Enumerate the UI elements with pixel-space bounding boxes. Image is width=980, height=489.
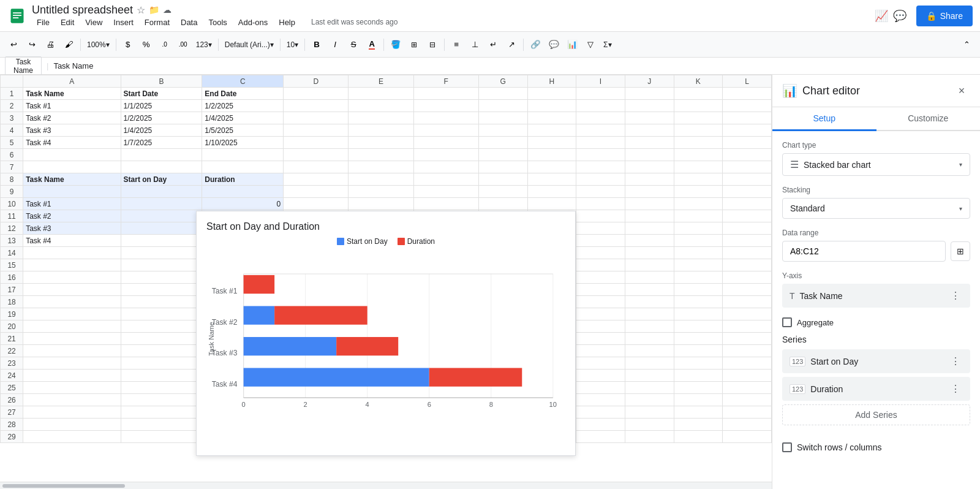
table-cell[interactable] [723, 259, 772, 271]
folder-icon[interactable]: 📁 [149, 5, 159, 15]
table-cell[interactable] [674, 210, 723, 222]
table-cell[interactable] [576, 198, 625, 210]
row-number[interactable]: 21 [1, 333, 23, 345]
table-cell[interactable]: 1/4/2025 [202, 112, 284, 124]
add-series-button[interactable]: Add Series [782, 404, 970, 425]
row-number[interactable]: 11 [1, 210, 23, 222]
row-number[interactable]: 18 [1, 296, 23, 308]
row-number[interactable]: 13 [1, 235, 23, 247]
star-icon[interactable]: ☆ [137, 4, 145, 16]
table-cell[interactable] [576, 259, 625, 271]
table-cell[interactable] [527, 186, 576, 198]
table-cell[interactable] [674, 308, 723, 320]
font-family-dropdown[interactable]: Default (Ari...) ▾ [222, 37, 277, 53]
table-cell[interactable] [23, 419, 121, 431]
table-cell[interactable] [625, 88, 674, 100]
table-cell[interactable] [284, 100, 349, 112]
table-cell[interactable] [674, 271, 723, 284]
row-number[interactable]: 28 [1, 419, 23, 431]
col-header-b[interactable]: B [121, 75, 202, 88]
cloud-icon[interactable]: ☁ [163, 5, 172, 15]
table-cell[interactable] [674, 149, 723, 161]
table-cell[interactable] [413, 173, 478, 186]
cell-reference[interactable]: Task Name [5, 56, 42, 76]
table-cell[interactable]: Task #2 [23, 112, 121, 124]
doc-title[interactable]: Untitled spreadsheet [32, 4, 133, 17]
table-cell[interactable] [625, 198, 674, 210]
table-cell[interactable] [478, 124, 527, 137]
table-cell[interactable] [625, 296, 674, 308]
table-cell[interactable] [349, 173, 413, 186]
table-cell[interactable] [625, 186, 674, 198]
menu-data[interactable]: Data [176, 17, 202, 28]
table-cell[interactable] [674, 222, 723, 235]
table-cell[interactable] [121, 186, 202, 198]
table-cell[interactable] [576, 271, 625, 284]
table-cell[interactable] [674, 419, 723, 431]
share-button[interactable]: 🔒 Share [916, 6, 973, 26]
table-cell[interactable] [202, 161, 284, 173]
decimal-decrease-button[interactable]: .0 [156, 36, 173, 53]
table-cell[interactable] [674, 320, 723, 333]
chart-button[interactable]: 📊 [564, 36, 581, 53]
series-more-button-2[interactable]: ⋮ [948, 382, 963, 396]
table-cell[interactable] [23, 382, 121, 394]
col-header-c[interactable]: C [202, 75, 284, 88]
table-cell[interactable] [625, 235, 674, 247]
col-header-k[interactable]: K [674, 75, 723, 88]
table-cell[interactable]: Start Date [121, 88, 202, 100]
table-cell[interactable] [674, 124, 723, 137]
table-cell[interactable] [284, 149, 349, 161]
zoom-dropdown[interactable]: 100% ▾ [84, 37, 113, 53]
table-cell[interactable] [23, 296, 121, 308]
table-cell[interactable] [23, 308, 121, 320]
table-cell[interactable] [723, 124, 772, 137]
table-cell[interactable] [576, 431, 625, 443]
row-number[interactable]: 29 [1, 431, 23, 443]
table-cell[interactable] [625, 370, 674, 382]
table-cell[interactable] [674, 137, 723, 149]
table-cell[interactable] [723, 320, 772, 333]
table-cell[interactable] [23, 320, 121, 333]
currency-button[interactable]: $ [119, 36, 137, 53]
table-cell[interactable] [478, 198, 527, 210]
menu-insert[interactable]: Insert [108, 17, 138, 28]
row-number[interactable]: 9 [1, 186, 23, 198]
bold-button[interactable]: B [308, 36, 325, 53]
table-cell[interactable] [349, 198, 413, 210]
table-cell[interactable] [121, 284, 202, 296]
table-cell[interactable] [576, 137, 625, 149]
table-cell[interactable] [723, 149, 772, 161]
row-number[interactable]: 10 [1, 198, 23, 210]
table-cell[interactable] [527, 112, 576, 124]
table-cell[interactable]: 1/2/2025 [202, 100, 284, 112]
table-cell[interactable] [674, 345, 723, 357]
table-cell[interactable] [284, 198, 349, 210]
col-header-e[interactable]: E [349, 75, 413, 88]
borders-button[interactable]: ⊞ [405, 36, 423, 53]
table-cell[interactable] [121, 198, 202, 210]
table-cell[interactable] [576, 284, 625, 296]
table-cell[interactable]: 1/5/2025 [202, 124, 284, 137]
table-cell[interactable] [576, 419, 625, 431]
editor-close-button[interactable]: × [953, 82, 970, 99]
table-cell[interactable] [674, 235, 723, 247]
table-cell[interactable] [674, 198, 723, 210]
row-number[interactable]: 4 [1, 124, 23, 137]
table-cell[interactable] [674, 333, 723, 345]
row-number[interactable]: 20 [1, 320, 23, 333]
table-cell[interactable] [674, 112, 723, 124]
row-number[interactable]: 5 [1, 137, 23, 149]
y-axis-more-button[interactable]: ⋮ [948, 289, 963, 303]
table-cell[interactable] [723, 357, 772, 370]
table-cell[interactable] [576, 173, 625, 186]
table-cell[interactable] [527, 161, 576, 173]
strikethrough-button[interactable]: S [345, 36, 362, 53]
row-number[interactable]: 15 [1, 259, 23, 271]
table-cell[interactable] [723, 161, 772, 173]
table-cell[interactable] [121, 357, 202, 370]
stacking-select[interactable]: Standard ▾ [782, 198, 970, 219]
table-cell[interactable] [625, 406, 674, 419]
row-number[interactable]: 26 [1, 394, 23, 406]
table-cell[interactable] [478, 88, 527, 100]
